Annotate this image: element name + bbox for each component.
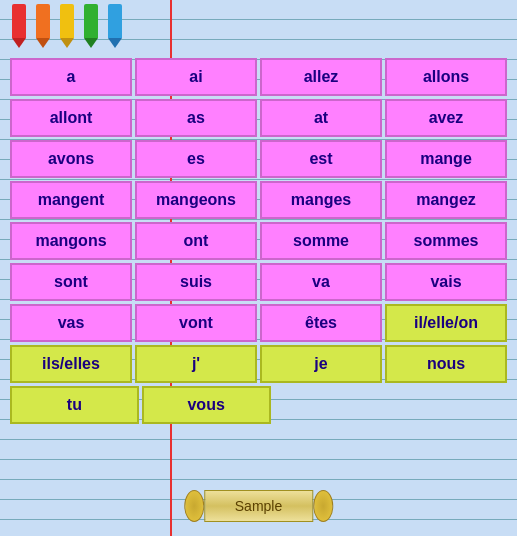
- cell-ont[interactable]: ont: [135, 222, 257, 260]
- pencil-body: [108, 4, 122, 38]
- cell-sommes[interactable]: sommes: [385, 222, 507, 260]
- pencil-tip: [12, 38, 26, 48]
- pencil-body: [36, 4, 50, 38]
- grid-spacer: [274, 386, 508, 424]
- cell-somme[interactable]: somme: [260, 222, 382, 260]
- cell-avons[interactable]: avons: [10, 140, 132, 178]
- cell-mangez[interactable]: mangez: [385, 181, 507, 219]
- cell-vais[interactable]: vais: [385, 263, 507, 301]
- cell-mangeons[interactable]: mangeons: [135, 181, 257, 219]
- pencil-body: [60, 4, 74, 38]
- cell-suis[interactable]: suis: [135, 263, 257, 301]
- cell-vont[interactable]: vont: [135, 304, 257, 342]
- cell-j_[interactable]: j': [135, 345, 257, 383]
- pencil-tip: [60, 38, 74, 48]
- grid-row-0: aaiallezallons: [10, 58, 507, 96]
- orange-pencil: [34, 4, 52, 48]
- green-pencil: [82, 4, 100, 48]
- cell-mangons[interactable]: mangons: [10, 222, 132, 260]
- grid-row-7: ils/ellesj'jenous: [10, 345, 507, 383]
- cell-allez[interactable]: allez: [260, 58, 382, 96]
- cell-sont[interactable]: sont: [10, 263, 132, 301]
- pencil-tip: [84, 38, 98, 48]
- grid-row-5: sontsuisvavais: [10, 263, 507, 301]
- grid-row-8: tuvous: [10, 386, 507, 424]
- grid-row-6: vasvontêtesil/elle/on: [10, 304, 507, 342]
- cell-ils_elles[interactable]: ils/elles: [10, 345, 132, 383]
- cell-ai[interactable]: ai: [135, 58, 257, 96]
- cell-mangent[interactable]: mangent: [10, 181, 132, 219]
- pencils-decoration: [10, 4, 124, 48]
- cell-vas[interactable]: vas: [10, 304, 132, 342]
- grid-row-3: mangentmangeonsmangesmangez: [10, 181, 507, 219]
- grid-row-2: avonsesestmange: [10, 140, 507, 178]
- cell-_tes[interactable]: êtes: [260, 304, 382, 342]
- red-pencil: [10, 4, 28, 48]
- cell-est[interactable]: est: [260, 140, 382, 178]
- cell-es[interactable]: es: [135, 140, 257, 178]
- scroll-left-end: [184, 490, 204, 522]
- cell-allont[interactable]: allont: [10, 99, 132, 137]
- scroll-right-end: [313, 490, 333, 522]
- pencil-body: [84, 4, 98, 38]
- cell-at[interactable]: at: [260, 99, 382, 137]
- cell-vous[interactable]: vous: [142, 386, 271, 424]
- cell-nous[interactable]: nous: [385, 345, 507, 383]
- blue-pencil: [106, 4, 124, 48]
- pencil-tip: [108, 38, 122, 48]
- grid-row-4: mangonsontsommesommes: [10, 222, 507, 260]
- cell-va[interactable]: va: [260, 263, 382, 301]
- cell-mange[interactable]: mange: [385, 140, 507, 178]
- cell-as[interactable]: as: [135, 99, 257, 137]
- cell-a[interactable]: a: [10, 58, 132, 96]
- pencil-body: [12, 4, 26, 38]
- cell-je[interactable]: je: [260, 345, 382, 383]
- yellow-pencil: [58, 4, 76, 48]
- cell-avez[interactable]: avez: [385, 99, 507, 137]
- cell-allons[interactable]: allons: [385, 58, 507, 96]
- cell-il_elle_on[interactable]: il/elle/on: [385, 304, 507, 342]
- sample-label: Sample: [204, 490, 313, 522]
- grid-row-1: allontasatavez: [10, 99, 507, 137]
- word-grid: aaiallezallonsallontasatavezavonsesestma…: [10, 58, 507, 427]
- cell-tu[interactable]: tu: [10, 386, 139, 424]
- cell-manges[interactable]: manges: [260, 181, 382, 219]
- pencil-tip: [36, 38, 50, 48]
